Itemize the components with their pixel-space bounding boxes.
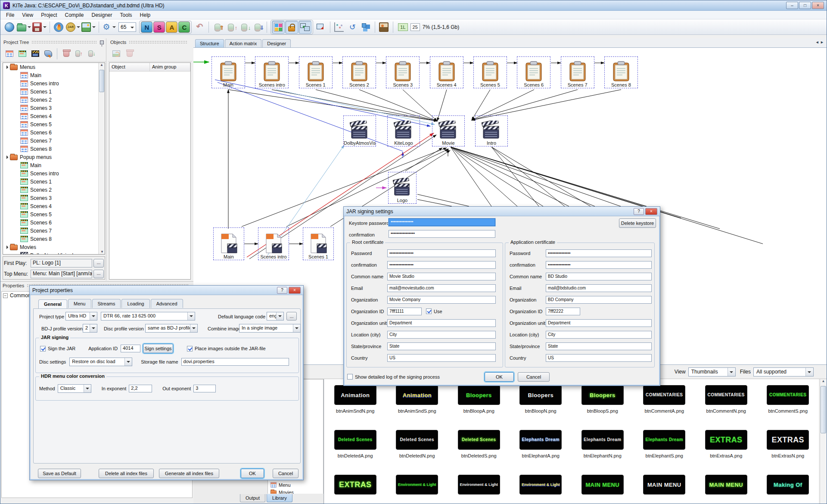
method-combo[interactable]: Classic xyxy=(58,384,91,393)
library-item[interactable]: Making Of xyxy=(757,469,819,504)
tree-item[interactable]: Scenes 3 xyxy=(3,194,105,202)
side-list-item[interactable]: Movies xyxy=(268,488,323,494)
library-item[interactable]: MAIN MENU xyxy=(634,469,696,504)
disc-settings-combo[interactable]: Restore on disc load xyxy=(69,358,132,366)
first-play-browse-button[interactable]: ... xyxy=(93,259,104,268)
button-image-thumbnail[interactable]: Bloopers xyxy=(458,385,500,405)
keystore-password-input[interactable]: ••••••••••••••• xyxy=(389,218,495,226)
button-image-thumbnail[interactable]: Elephants Dream xyxy=(643,430,685,450)
logo-node[interactable]: Logo xyxy=(388,172,417,204)
place-images-checkbox[interactable] xyxy=(187,346,193,352)
move-bottom-button[interactable]: ⇓ xyxy=(251,21,264,34)
library-item[interactable]: COMMENTARIES btnCommentS.png xyxy=(757,379,819,424)
tree-item[interactable]: Scenes 4 xyxy=(3,202,105,210)
add-movie-button[interactable] xyxy=(29,47,42,60)
tree-item[interactable]: Main xyxy=(3,161,105,169)
library-item[interactable]: EXTRAS btnExtrasN.png xyxy=(757,424,819,469)
menu-item[interactable]: Compile xyxy=(61,11,88,19)
move-up-button[interactable]: ↑ xyxy=(224,21,237,34)
tree-item[interactable]: Scenes 8 xyxy=(3,145,105,153)
library-item[interactable]: Environment & Light xyxy=(386,469,448,504)
field-input[interactable]: ••••••••••••••• xyxy=(546,249,652,257)
bdj-profile-combo[interactable]: 2 xyxy=(83,324,97,333)
button-image-thumbnail[interactable]: Making Of xyxy=(767,475,809,495)
menu-item[interactable]: Project xyxy=(37,11,61,19)
field-input[interactable]: mail@moviestudio.com xyxy=(387,284,496,292)
menu-node[interactable]: Main xyxy=(211,56,245,88)
cancel-button[interactable]: Cancel xyxy=(518,372,550,382)
library-scrollbar[interactable]: ▲ xyxy=(820,379,827,504)
library-item[interactable]: Environment & Light xyxy=(448,469,510,504)
view-mode-combo[interactable]: Thumbnails xyxy=(688,367,736,376)
tree-item[interactable]: Scenes 3 xyxy=(3,104,105,112)
dialog-tab[interactable]: Menu xyxy=(68,299,91,308)
new-project-button[interactable] xyxy=(3,21,16,34)
library-item[interactable]: Environment & Light xyxy=(510,469,572,504)
undo-button[interactable]: ↶ xyxy=(193,21,206,34)
library-item[interactable]: Elephants Dream btnElephantS.png xyxy=(634,424,696,469)
dialog-tab[interactable]: Advanced xyxy=(151,299,183,308)
dialog-tab[interactable]: Loading xyxy=(121,299,149,308)
state-letter-button[interactable]: A xyxy=(166,22,177,33)
tree-item[interactable]: Popup menus xyxy=(3,153,105,161)
field-input[interactable]: US xyxy=(387,354,496,362)
column-object[interactable]: Object xyxy=(109,63,150,71)
tab-scroll-arrows[interactable]: ◄ ► xyxy=(815,40,824,44)
button-image-thumbnail[interactable]: Animation xyxy=(334,385,376,405)
button-image-thumbnail[interactable]: COMMENTARIES xyxy=(767,385,809,405)
field-input[interactable]: •••••••••••••••• xyxy=(387,261,496,269)
in-exponent-input[interactable]: 2,2 xyxy=(129,385,152,392)
button-image-thumbnail[interactable]: EXTRAS xyxy=(705,430,747,450)
move-down-button[interactable]: ↓ xyxy=(238,21,251,34)
project-type-combo[interactable]: Ultra HD xyxy=(65,312,97,320)
library-item[interactable]: MAIN MENU xyxy=(572,469,634,504)
add-playlist-button[interactable] xyxy=(42,47,55,60)
field-input[interactable]: City xyxy=(546,331,652,339)
save-as-default-button[interactable]: Save as Default xyxy=(38,469,81,478)
movie-node[interactable]: Movie xyxy=(432,115,465,146)
dialog-tab[interactable]: Streams xyxy=(92,299,121,308)
build-jar-button[interactable]: JAR xyxy=(65,21,81,34)
button-image-thumbnail[interactable]: MAIN MENU xyxy=(705,475,747,495)
tree-item[interactable]: Scenes 6 xyxy=(3,218,105,227)
structure-3d-button[interactable] xyxy=(359,21,372,34)
storage-file-input[interactable]: dovi.properties xyxy=(181,358,289,366)
keystore-confirmation-input[interactable]: •••••••••••••••• xyxy=(389,230,495,238)
canvas-tab[interactable]: Designer xyxy=(262,39,291,47)
minimize-button[interactable]: – xyxy=(786,2,798,9)
zoom-combo[interactable]: 65 xyxy=(118,22,136,32)
library-item[interactable]: Deleted Scenes btnDeletedA.png xyxy=(324,424,386,469)
use-checkbox[interactable] xyxy=(426,308,432,314)
delete-object-button[interactable] xyxy=(123,47,136,60)
button-image-thumbnail[interactable]: Environment & Light xyxy=(519,475,562,495)
menu-item[interactable]: View xyxy=(18,11,37,19)
show-log-checkbox[interactable] xyxy=(347,374,353,380)
tree-item[interactable]: Scenes 7 xyxy=(3,137,105,145)
library-item[interactable]: COMMENTARIES btnCommentN.png xyxy=(695,379,757,424)
menu-node[interactable]: Scenes 4 xyxy=(430,56,463,88)
language-more-button[interactable]: ... xyxy=(286,312,297,320)
field-input[interactable]: City xyxy=(387,331,496,339)
library-item[interactable]: EXTRAS xyxy=(324,469,386,504)
generate-all-index-button[interactable]: Generate all index files xyxy=(159,469,219,478)
field-input[interactable]: BD Company xyxy=(546,296,652,304)
expand-icon[interactable] xyxy=(5,65,8,68)
tree-item[interactable]: Scenes 4 xyxy=(3,112,105,120)
tree-item[interactable]: Main xyxy=(3,71,105,79)
refresh-button[interactable]: ↺ xyxy=(346,21,359,34)
library-item[interactable]: Deleted Scenes btnDeletedN.png xyxy=(386,424,448,469)
movie-node[interactable]: DolbyAtmosVisionLogo xyxy=(343,115,376,146)
cancel-button[interactable]: Cancel xyxy=(273,469,298,478)
tree-scrollbar[interactable]: ▲▼ xyxy=(98,63,105,254)
top-menu-browse-button[interactable]: ... xyxy=(93,270,104,278)
move-top-button[interactable]: ⇑ xyxy=(211,21,224,34)
menu-node[interactable]: Scenes intro xyxy=(255,56,289,88)
dtr-combo[interactable]: DTR 66, rate 13 625 000 xyxy=(101,312,195,320)
button-image-thumbnail[interactable]: COMMENTARIES xyxy=(705,385,747,405)
sign-settings-button[interactable]: Sign settings xyxy=(143,344,173,353)
button-image-thumbnail[interactable]: Elephants Dream xyxy=(581,430,624,450)
field-input[interactable]: US xyxy=(546,354,652,362)
menu-node[interactable]: Scenes 3 xyxy=(386,56,420,88)
menu-node[interactable]: Scenes 1 xyxy=(299,56,333,88)
tree-item[interactable]: Scenes 7 xyxy=(3,227,105,235)
